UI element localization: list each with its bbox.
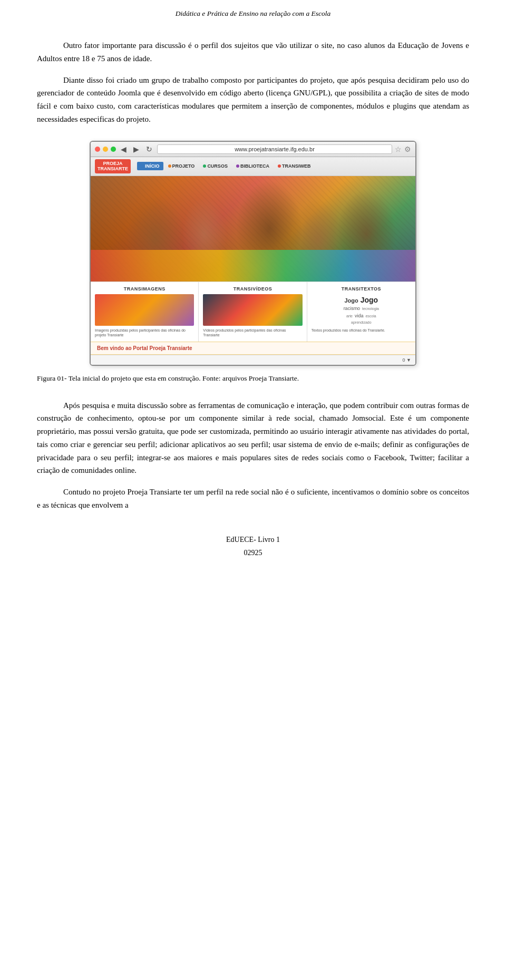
nav-items: INÍCIO PROJETO CURSOS BIBLIOTECA [137, 162, 411, 170]
browser-close-btn [95, 147, 100, 152]
transitextos-thumb: Jogo Jogo racismo tecnologia arte vida e… [312, 294, 411, 326]
nav-item-projeto: PROJETO [164, 162, 199, 170]
paragraph-2: Diante disso foi criado um grupo de trab… [37, 74, 469, 126]
nav-dot-inicio [141, 164, 144, 168]
address-bar: www.proejatransiarte.ifg.edu.br [157, 144, 392, 154]
browser-mockup: ◀ ▶ ↻ www.proejatransiarte.ifg.edu.br ☆ … [90, 141, 416, 366]
browser-maximize-btn [111, 147, 116, 152]
logo-box: PROEJA TRANSIARTE [95, 159, 131, 174]
logo-line2: TRANSIARTE [98, 166, 128, 172]
nav-item-inicio: INÍCIO [137, 162, 163, 170]
paragraph-1: Outro fator importante para discussão é … [37, 39, 469, 65]
browser-minimize-btn [103, 147, 108, 152]
transimagens-title: TRANSIMAGENS [95, 286, 194, 292]
nav-item-biblioteca: BIBLIOTECA [232, 162, 273, 170]
footer-line1: EdUECE- Livro 1 [37, 533, 469, 546]
transimagens-caption: Imagens produzidas pelos participantes d… [95, 328, 194, 337]
settings-icon: ⚙ [404, 145, 411, 153]
nav-item-cursos: CURSOS [199, 162, 231, 170]
browser-refresh-btn: ↻ [144, 145, 154, 153]
section-transivideos: TRANSIVÍDEOS Vídeos produzidos pelos par… [199, 282, 307, 342]
browser-footer: 0 ▼ [91, 355, 415, 365]
transimagens-thumb [95, 294, 194, 326]
site-nav: PROEJA TRANSIARTE INÍCIO PROJETO [91, 157, 415, 177]
figure-caption: Figura 01- Tela inicial do projeto que e… [37, 373, 469, 384]
figure-container: ◀ ▶ ↻ www.proejatransiarte.ifg.edu.br ☆ … [37, 141, 469, 384]
transitextos-caption: Textos produzidos nas oficinas do Transi… [312, 328, 411, 333]
wordcloud: Jogo Jogo racismo tecnologia arte vida e… [343, 295, 380, 326]
paragraph-4: Contudo no projeto Proeja Transiarte ter… [37, 486, 469, 512]
page-header: Didática e Prática de Ensino na relação … [37, 0, 469, 34]
hero-image [91, 176, 415, 282]
transivideos-thumb [203, 294, 302, 326]
site-logo: PROEJA TRANSIARTE [95, 159, 131, 174]
transitextos-title: TRANSITEXTOS [312, 286, 411, 292]
footer-line2: 02925 [37, 546, 469, 559]
welcome-bar: Bem vindo ao Portal Proeja Transiarte [91, 342, 415, 355]
nav-dot-cursos [203, 164, 206, 168]
browser-back-btn: ◀ [119, 145, 129, 153]
section-transimagens: TRANSIMAGENS Imagens produzidas pelos pa… [91, 282, 199, 342]
section-transitextos: TRANSITEXTOS Jogo Jogo racismo tecnologi… [307, 282, 415, 342]
transivideos-caption: Vídeos produzidos pelos participantes da… [203, 328, 302, 337]
nav-dot-transiweb [278, 164, 281, 168]
logo-line1: PROEJA [98, 161, 128, 167]
paragraph-3: Após pesquisa e muita discussão sobre as… [37, 399, 469, 478]
star-icon: ☆ [395, 145, 402, 153]
browser-toolbar: ◀ ▶ ↻ www.proejatransiarte.ifg.edu.br ☆ … [91, 142, 415, 157]
browser-sections: TRANSIMAGENS Imagens produzidas pelos pa… [91, 282, 415, 342]
page-footer: EdUECE- Livro 1 02925 [37, 533, 469, 575]
browser-forward-btn: ▶ [131, 145, 141, 153]
nav-dot-projeto [168, 164, 171, 168]
nav-item-transiweb: TRANSIWEB [274, 162, 315, 170]
transivideos-title: TRANSIVÍDEOS [203, 286, 302, 292]
nav-dot-biblioteca [236, 164, 239, 168]
hero-color-splash [91, 250, 415, 282]
